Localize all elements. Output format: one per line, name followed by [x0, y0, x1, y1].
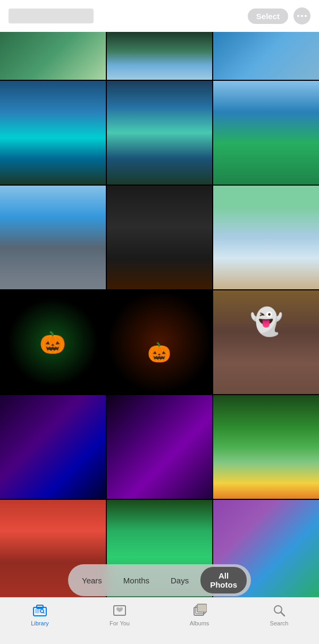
- albums-icon: [192, 603, 207, 618]
- view-switcher: Years Months Days All Photos: [68, 564, 251, 596]
- nav-item-library[interactable]: Library: [19, 603, 61, 626]
- for-you-icon: [112, 603, 127, 618]
- photo-cell[interactable]: [107, 290, 213, 394]
- all-photos-button[interactable]: All Photos: [200, 567, 247, 593]
- years-button[interactable]: Years: [72, 567, 112, 593]
- photo-cell[interactable]: [0, 395, 106, 499]
- photo-cell[interactable]: [0, 290, 106, 394]
- page-title: [9, 9, 94, 23]
- search-icon: [272, 603, 287, 618]
- svg-line-7: [43, 612, 44, 613]
- library-icon: [32, 603, 47, 618]
- select-button[interactable]: Select: [248, 9, 288, 24]
- photo-cell[interactable]: [213, 32, 319, 80]
- for-you-label: For You: [110, 620, 130, 626]
- photo-cell[interactable]: [0, 186, 106, 289]
- photo-cell[interactable]: [107, 395, 213, 499]
- photo-cell[interactable]: [0, 81, 106, 185]
- photo-cell[interactable]: [107, 81, 213, 185]
- photo-cell[interactable]: [107, 32, 213, 80]
- search-label: Search: [270, 620, 289, 626]
- photo-cell[interactable]: [213, 81, 319, 185]
- photo-cell[interactable]: [213, 395, 319, 499]
- more-button[interactable]: [293, 7, 310, 24]
- library-label: Library: [31, 620, 49, 626]
- nav-item-search[interactable]: Search: [258, 603, 300, 626]
- photo-grid-area[interactable]: [0, 32, 319, 597]
- nav-item-for-you[interactable]: For You: [98, 603, 141, 626]
- top-bar: Select: [0, 0, 319, 32]
- svg-line-13: [281, 613, 285, 616]
- nav-item-albums[interactable]: Albums: [178, 603, 221, 626]
- svg-point-2: [305, 15, 307, 17]
- photo-cell[interactable]: [213, 290, 319, 394]
- photo-cell[interactable]: [213, 186, 319, 289]
- svg-rect-5: [35, 609, 39, 613]
- photo-cell[interactable]: [107, 186, 213, 289]
- days-button[interactable]: Days: [161, 567, 198, 593]
- svg-point-1: [301, 15, 303, 17]
- more-icon: [297, 15, 307, 17]
- title-area: [9, 9, 94, 23]
- top-actions: Select: [248, 7, 310, 24]
- bottom-nav: Library For You Albums: [0, 597, 319, 644]
- months-button[interactable]: Months: [114, 567, 159, 593]
- photo-grid: [0, 32, 319, 597]
- svg-point-0: [297, 15, 299, 17]
- photo-cell[interactable]: [0, 32, 106, 80]
- svg-rect-11: [197, 604, 207, 612]
- albums-label: Albums: [190, 620, 209, 626]
